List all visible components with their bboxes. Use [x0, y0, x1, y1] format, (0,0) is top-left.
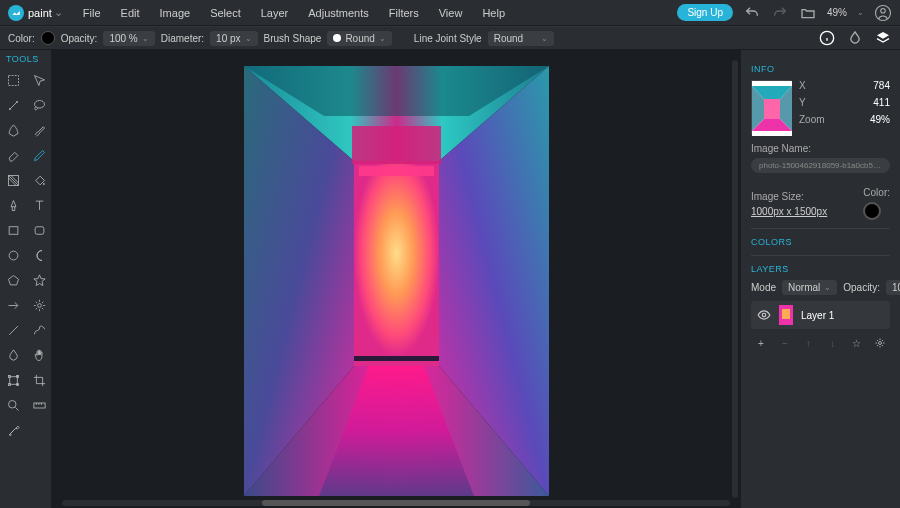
chevron-down-icon[interactable]: ⌄ [54, 6, 63, 19]
tool-line[interactable] [0, 318, 26, 343]
color-label: Color: [863, 187, 890, 198]
menu-adjustments[interactable]: Adjustments [298, 7, 379, 19]
tool-transform[interactable] [0, 368, 26, 393]
diameter-select[interactable]: 10 px⌄ [210, 31, 257, 46]
tool-gear[interactable] [26, 293, 52, 318]
opt-brush-label: Brush Shape [264, 33, 322, 44]
vertical-scrollbar[interactable] [732, 60, 738, 498]
layer-name: Layer 1 [801, 310, 834, 321]
undo-icon[interactable] [743, 4, 761, 22]
menu-file[interactable]: File [73, 7, 111, 19]
tool-roundrect[interactable] [26, 218, 52, 243]
layer-up-icon[interactable]: ↑ [803, 337, 815, 349]
tool-marquee[interactable] [0, 68, 26, 93]
svg-rect-3 [8, 76, 18, 86]
opt-color-label: Color: [8, 33, 35, 44]
svg-point-15 [8, 401, 16, 409]
tool-move[interactable] [26, 68, 52, 93]
canvas-image[interactable] [244, 66, 549, 496]
blend-mode-label: Mode [751, 282, 776, 293]
tool-curve[interactable] [26, 318, 52, 343]
current-color-swatch[interactable] [863, 202, 881, 220]
svg-rect-21 [359, 166, 434, 176]
app-logo-icon[interactable] [8, 5, 24, 21]
tool-zoom[interactable] [0, 393, 26, 418]
image-name-label: Image Name: [751, 143, 890, 154]
delete-layer-icon[interactable]: − [779, 337, 791, 349]
tool-ruler[interactable] [26, 393, 52, 418]
tool-rect[interactable] [0, 218, 26, 243]
svg-rect-10 [9, 377, 17, 385]
layer-opacity-label: Opacity: [843, 282, 880, 293]
color-swatch[interactable] [41, 31, 55, 45]
menu-filters[interactable]: Filters [379, 7, 429, 19]
x-label: X [799, 80, 806, 91]
image-size-label: Image Size: [751, 191, 827, 202]
tool-ellipse[interactable] [0, 243, 26, 268]
tool-polygon[interactable] [0, 268, 26, 293]
menu-help[interactable]: Help [472, 7, 515, 19]
zoom-display[interactable]: 49% [827, 7, 847, 18]
tool-crop[interactable] [26, 368, 52, 393]
tool-brush[interactable] [26, 118, 52, 143]
user-icon[interactable] [874, 4, 892, 22]
tool-lasso[interactable] [26, 93, 52, 118]
layer-down-icon[interactable]: ↓ [826, 337, 838, 349]
layers-panel-icon[interactable] [874, 29, 892, 47]
tool-star[interactable] [26, 268, 52, 293]
tool-eraser[interactable] [0, 143, 26, 168]
tool-arrow[interactable] [0, 293, 26, 318]
layer-opacity-select[interactable]: 100⌄ [886, 280, 900, 295]
svg-point-8 [9, 251, 18, 260]
layer-settings-icon[interactable] [874, 337, 886, 349]
menu-select[interactable]: Select [200, 7, 251, 19]
svg-point-9 [37, 304, 41, 308]
svg-point-36 [878, 342, 881, 345]
right-sidebar: INFO X784 Y411 Zoom49% Image Name: photo… [740, 50, 900, 508]
svg-point-1 [881, 8, 886, 13]
image-name-value[interactable]: photo-1500462918059-b1a0cb512f1d [751, 158, 890, 173]
opacity-select[interactable]: 100 %⌄ [103, 31, 154, 46]
signup-button[interactable]: Sign Up [677, 4, 733, 21]
add-layer-icon[interactable]: + [755, 337, 767, 349]
svg-rect-35 [782, 309, 790, 319]
menu-image[interactable]: Image [150, 7, 201, 19]
tool-wand[interactable] [0, 93, 26, 118]
image-thumbnail[interactable] [751, 80, 791, 135]
app-brand[interactable]: paint [28, 7, 52, 19]
horizontal-scrollbar[interactable] [62, 500, 730, 506]
tool-eyedropper[interactable] [0, 418, 26, 443]
redo-icon[interactable] [771, 4, 789, 22]
image-size-value[interactable]: 1000px x 1500px [751, 206, 827, 217]
y-value: 411 [873, 97, 890, 108]
svg-rect-16 [33, 403, 44, 408]
layer-item[interactable]: Layer 1 [751, 301, 890, 329]
svg-point-33 [762, 313, 766, 317]
tool-hand[interactable] [26, 343, 52, 368]
tool-gradient[interactable] [0, 168, 26, 193]
tool-blur[interactable] [0, 343, 26, 368]
layer-star-icon[interactable]: ☆ [850, 337, 862, 349]
folder-icon[interactable] [799, 4, 817, 22]
menu-edit[interactable]: Edit [111, 7, 150, 19]
menu-view[interactable]: View [429, 7, 473, 19]
canvas-area[interactable] [52, 50, 740, 508]
brush-shape-select[interactable]: Round⌄ [327, 31, 391, 46]
colors-header[interactable]: COLORS [751, 237, 890, 247]
tools-header: TOOLS [0, 50, 51, 68]
blend-mode-select[interactable]: Normal⌄ [782, 280, 837, 295]
tool-moon[interactable] [26, 243, 52, 268]
opt-opacity-label: Opacity: [61, 33, 98, 44]
menu-layer[interactable]: Layer [251, 7, 299, 19]
tool-pen[interactable] [0, 118, 26, 143]
options-bar: Color: Opacity: 100 %⌄ Diameter: 10 px⌄ … [0, 26, 900, 50]
info-panel-icon[interactable] [818, 29, 836, 47]
x-value: 784 [873, 80, 890, 91]
droplet-panel-icon[interactable] [846, 29, 864, 47]
visibility-icon[interactable] [757, 308, 771, 322]
tool-bucket[interactable] [26, 168, 52, 193]
joint-style-select[interactable]: Round⌄ [488, 31, 554, 46]
tool-pencil[interactable] [26, 143, 52, 168]
tool-clone[interactable] [0, 193, 26, 218]
tool-text[interactable] [26, 193, 52, 218]
